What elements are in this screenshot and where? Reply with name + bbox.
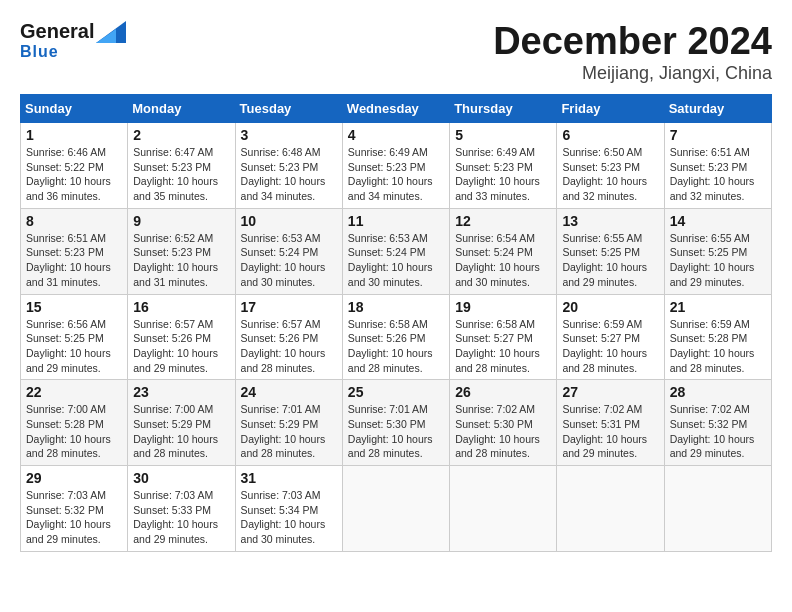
day-27: 27 Sunrise: 7:02 AMSunset: 5:31 PMDaylig… (557, 380, 664, 466)
day-24: 24 Sunrise: 7:01 AMSunset: 5:29 PMDaylig… (235, 380, 342, 466)
day-16: 16 Sunrise: 6:57 AMSunset: 5:26 PMDaylig… (128, 294, 235, 380)
day-22: 22 Sunrise: 7:00 AMSunset: 5:28 PMDaylig… (21, 380, 128, 466)
header-sunday: Sunday (21, 95, 128, 123)
header-friday: Friday (557, 95, 664, 123)
day-26: 26 Sunrise: 7:02 AMSunset: 5:30 PMDaylig… (450, 380, 557, 466)
day-18: 18 Sunrise: 6:58 AMSunset: 5:26 PMDaylig… (342, 294, 449, 380)
logo: General Blue (20, 20, 126, 61)
table-row: 22 Sunrise: 7:00 AMSunset: 5:28 PMDaylig… (21, 380, 772, 466)
day-6: 6 Sunrise: 6:50 AMSunset: 5:23 PMDayligh… (557, 123, 664, 209)
table-row: 8 Sunrise: 6:51 AMSunset: 5:23 PMDayligh… (21, 208, 772, 294)
day-5: 5 Sunrise: 6:49 AMSunset: 5:23 PMDayligh… (450, 123, 557, 209)
day-2: 2 Sunrise: 6:47 AMSunset: 5:23 PMDayligh… (128, 123, 235, 209)
day-15: 15 Sunrise: 6:56 AMSunset: 5:25 PMDaylig… (21, 294, 128, 380)
svg-marker-1 (96, 29, 116, 43)
day-8: 8 Sunrise: 6:51 AMSunset: 5:23 PMDayligh… (21, 208, 128, 294)
day-9: 9 Sunrise: 6:52 AMSunset: 5:23 PMDayligh… (128, 208, 235, 294)
empty-cell (450, 466, 557, 552)
empty-cell (557, 466, 664, 552)
day-17: 17 Sunrise: 6:57 AMSunset: 5:26 PMDaylig… (235, 294, 342, 380)
day-23: 23 Sunrise: 7:00 AMSunset: 5:29 PMDaylig… (128, 380, 235, 466)
day-21: 21 Sunrise: 6:59 AMSunset: 5:28 PMDaylig… (664, 294, 771, 380)
day-25: 25 Sunrise: 7:01 AMSunset: 5:30 PMDaylig… (342, 380, 449, 466)
header-wednesday: Wednesday (342, 95, 449, 123)
month-title: December 2024 (493, 20, 772, 63)
day-31: 31 Sunrise: 7:03 AMSunset: 5:34 PMDaylig… (235, 466, 342, 552)
calendar-table: Sunday Monday Tuesday Wednesday Thursday… (20, 94, 772, 552)
day-20: 20 Sunrise: 6:59 AMSunset: 5:27 PMDaylig… (557, 294, 664, 380)
header-saturday: Saturday (664, 95, 771, 123)
day-4: 4 Sunrise: 6:49 AMSunset: 5:23 PMDayligh… (342, 123, 449, 209)
empty-cell (664, 466, 771, 552)
logo-general-text: General (20, 20, 94, 43)
day-10: 10 Sunrise: 6:53 AMSunset: 5:24 PMDaylig… (235, 208, 342, 294)
day-28: 28 Sunrise: 7:02 AMSunset: 5:32 PMDaylig… (664, 380, 771, 466)
location-title: Meijiang, Jiangxi, China (493, 63, 772, 84)
header-thursday: Thursday (450, 95, 557, 123)
header: General Blue December 2024 Meijiang, Jia… (20, 20, 772, 84)
day-3: 3 Sunrise: 6:48 AMSunset: 5:23 PMDayligh… (235, 123, 342, 209)
table-row: 1 Sunrise: 6:46 AMSunset: 5:22 PMDayligh… (21, 123, 772, 209)
day-14: 14 Sunrise: 6:55 AMSunset: 5:25 PMDaylig… (664, 208, 771, 294)
header-monday: Monday (128, 95, 235, 123)
day-13: 13 Sunrise: 6:55 AMSunset: 5:25 PMDaylig… (557, 208, 664, 294)
day-11: 11 Sunrise: 6:53 AMSunset: 5:24 PMDaylig… (342, 208, 449, 294)
day-1: 1 Sunrise: 6:46 AMSunset: 5:22 PMDayligh… (21, 123, 128, 209)
day-7: 7 Sunrise: 6:51 AMSunset: 5:23 PMDayligh… (664, 123, 771, 209)
logo-bird-icon (96, 21, 126, 43)
day-30: 30 Sunrise: 7:03 AMSunset: 5:33 PMDaylig… (128, 466, 235, 552)
empty-cell (342, 466, 449, 552)
logo-blue-text: Blue (20, 43, 59, 61)
day-29: 29 Sunrise: 7:03 AMSunset: 5:32 PMDaylig… (21, 466, 128, 552)
day-19: 19 Sunrise: 6:58 AMSunset: 5:27 PMDaylig… (450, 294, 557, 380)
day-12: 12 Sunrise: 6:54 AMSunset: 5:24 PMDaylig… (450, 208, 557, 294)
title-area: December 2024 Meijiang, Jiangxi, China (493, 20, 772, 84)
header-tuesday: Tuesday (235, 95, 342, 123)
weekday-header-row: Sunday Monday Tuesday Wednesday Thursday… (21, 95, 772, 123)
table-row: 29 Sunrise: 7:03 AMSunset: 5:32 PMDaylig… (21, 466, 772, 552)
table-row: 15 Sunrise: 6:56 AMSunset: 5:25 PMDaylig… (21, 294, 772, 380)
